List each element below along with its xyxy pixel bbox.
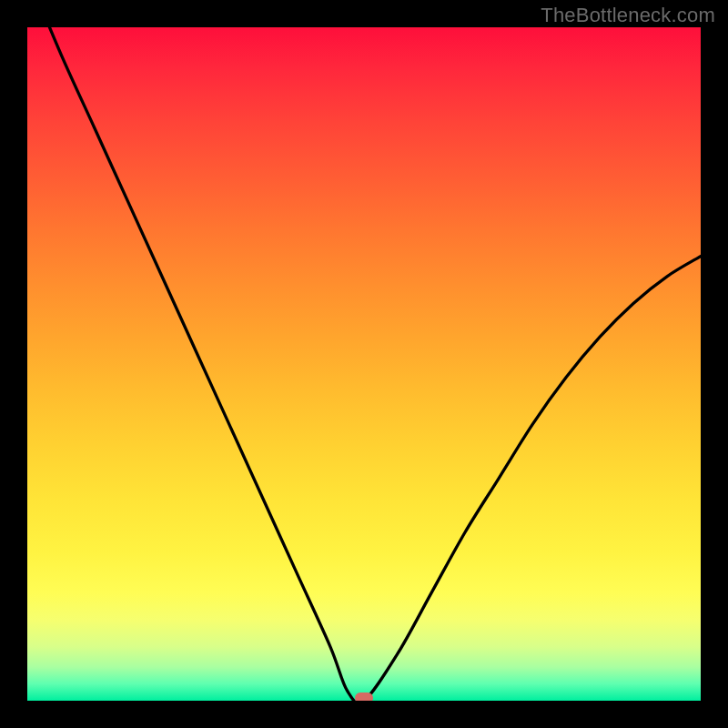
watermark-text: TheBottleneck.com [541,4,715,27]
plot-area [27,27,701,701]
chart-frame: TheBottleneck.com [0,0,728,728]
bottleneck-curve [27,27,701,701]
optimal-marker [355,693,373,701]
